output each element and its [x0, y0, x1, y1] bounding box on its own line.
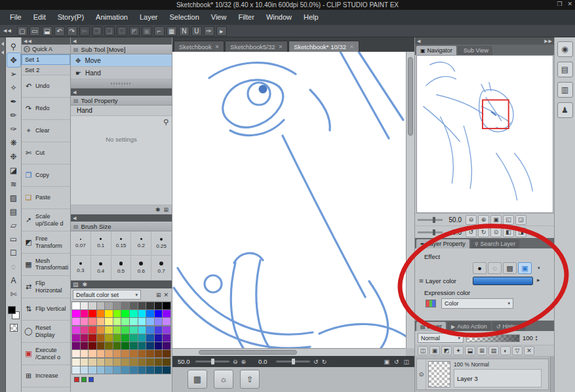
color-swatch[interactable]: [155, 359, 163, 366]
color-swatch[interactable]: [105, 359, 113, 366]
document-tab[interactable]: Sketchbook ✕: [174, 41, 224, 52]
color-swatch[interactable]: [121, 318, 129, 325]
color-swatch[interactable]: [138, 350, 146, 357]
color-swatch[interactable]: [130, 350, 138, 357]
layer-color-swatch[interactable]: [473, 277, 533, 285]
scrollbar-thumb[interactable]: [199, 350, 297, 355]
color-swatch[interactable]: [130, 334, 138, 342]
color-swatch[interactable]: [97, 326, 105, 334]
color-swatch[interactable]: [163, 366, 170, 374]
layer-panel-tab[interactable]: ▤ Layer: [416, 322, 446, 331]
brush-size-cell[interactable]: 0.1: [91, 231, 111, 256]
text-tool[interactable]: A: [7, 273, 20, 287]
selection-tool[interactable]: ☐: [7, 246, 20, 260]
copy-icon[interactable]: ❐: [92, 26, 102, 36]
zoom-tool[interactable]: ⚲: [7, 39, 20, 53]
rotate-ccw-icon[interactable]: ↺: [313, 359, 319, 365]
color-swatch[interactable]: [81, 350, 89, 357]
redo-icon[interactable]: ↷: [67, 26, 77, 36]
rotate-ccw-icon[interactable]: ↺: [466, 227, 477, 237]
zoom-in-icon[interactable]: ⊕: [241, 359, 247, 365]
fit-screen-icon[interactable]: ▣: [384, 359, 389, 365]
color-swatch[interactable]: [89, 366, 96, 374]
color-swatch[interactable]: [146, 342, 154, 349]
layer-panel-tab[interactable]: ▶ Auto Action: [447, 322, 491, 331]
main-color-swatch[interactable]: [8, 306, 16, 314]
brush-size-cell[interactable]: 0.07: [71, 231, 91, 256]
zoom-slider[interactable]: [195, 361, 229, 363]
document-tab[interactable]: Sketchbook* 10/32 ✕: [288, 41, 359, 52]
zoom-out-icon[interactable]: ⊖: [466, 215, 477, 225]
brush-size-cell[interactable]: 0.2: [131, 231, 151, 256]
color-swatch[interactable]: [89, 326, 96, 334]
color-swatch[interactable]: [146, 318, 154, 325]
close-tab-icon[interactable]: ✕: [279, 44, 283, 50]
color-swatch[interactable]: [146, 334, 154, 342]
pen-tool[interactable]: ✒: [7, 94, 20, 108]
layer-property-tab[interactable]: ✒ Layer Property: [416, 239, 469, 248]
menu-item[interactable]: Window: [260, 10, 298, 25]
brush-size-cell[interactable]: 0.15: [111, 231, 132, 256]
color-swatch[interactable]: [81, 359, 89, 366]
color-swatch[interactable]: [130, 342, 138, 349]
tool-property-dock-strip[interactable]: ◀: [71, 88, 172, 96]
color-swatch[interactable]: [113, 318, 121, 325]
left-dock-strip[interactable]: [0, 37, 6, 392]
hint-button[interactable]: ☼: [214, 370, 233, 389]
brush-size-cell[interactable]: 0.3: [71, 256, 91, 281]
paste-button[interactable]: ❏ Paste: [22, 187, 70, 209]
color-swatch[interactable]: [113, 366, 121, 374]
color-swatch[interactable]: [97, 342, 105, 349]
extract-line-icon[interactable]: ▩: [503, 262, 517, 274]
mesh-transform-button[interactable]: ▦ Mesh Transformation: [22, 254, 70, 276]
horizontal-scrollbar[interactable]: [172, 348, 406, 356]
color-swatch[interactable]: [97, 366, 105, 374]
color-swatch[interactable]: [105, 342, 113, 349]
menu-item[interactable]: File: [4, 10, 28, 25]
transparent-color-swatch[interactable]: [10, 324, 18, 332]
clear-button[interactable]: ✦ Clear: [22, 120, 70, 142]
quick-access-set[interactable]: Set 1: [22, 54, 70, 65]
color-swatch[interactable]: [163, 302, 170, 309]
color-swatch[interactable]: [130, 318, 138, 325]
snap-to-ruler-icon[interactable]: ⌐: [154, 26, 165, 36]
color-swatch[interactable]: [72, 350, 80, 357]
fit-to-window-icon[interactable]: ◱: [503, 215, 514, 225]
reference-panel-button[interactable]: ▤: [557, 62, 573, 77]
blend-tool[interactable]: ≋: [7, 177, 20, 191]
color-swatch[interactable]: [121, 359, 129, 366]
color-swatch[interactable]: [138, 366, 146, 374]
figure-tool[interactable]: ▱: [7, 218, 20, 232]
color-swatch[interactable]: [155, 326, 163, 334]
color-set-select[interactable]: Default color set ▾: [73, 290, 141, 300]
show-all-settings-icon[interactable]: ⚲: [163, 118, 169, 127]
subtool-move[interactable]: ✥ Move: [71, 54, 172, 67]
menu-item[interactable]: Edit: [28, 10, 52, 25]
brush-tool[interactable]: ✑: [7, 122, 20, 136]
color-swatch[interactable]: [97, 350, 105, 357]
color-swatch[interactable]: [89, 302, 96, 309]
color-swatch[interactable]: [121, 342, 129, 349]
close-window-button[interactable]: ✕: [567, 1, 572, 7]
color-swatch[interactable]: [81, 302, 89, 309]
color-swatch[interactable]: [113, 342, 121, 349]
subtool-resize-grip[interactable]: [71, 79, 172, 88]
rotate-cw-icon[interactable]: ↻: [322, 359, 327, 365]
tablet-mode-button[interactable]: ▦: [188, 370, 207, 389]
color-swatch[interactable]: [138, 302, 146, 309]
expression-color-select[interactable]: Color ▾: [441, 298, 513, 309]
color-swatch[interactable]: [138, 326, 146, 334]
color-swatch[interactable]: [146, 359, 154, 366]
cut-icon[interactable]: ✄: [79, 26, 90, 36]
rotation-slider[interactable]: [276, 361, 310, 363]
color-swatch[interactable]: [146, 302, 154, 309]
color-swatch[interactable]: [121, 310, 129, 317]
recent-color-swatch[interactable]: [89, 377, 94, 382]
menu-item[interactable]: Selection: [164, 10, 205, 25]
undo-icon[interactable]: ↶: [54, 26, 65, 36]
scale-button[interactable]: ➚ Scale up/Scale d: [22, 209, 70, 231]
color-swatch[interactable]: [130, 310, 138, 317]
brush-size-header[interactable]: ▤ Brush Size: [71, 222, 172, 231]
color-swatch[interactable]: [105, 350, 113, 357]
brush-size-dock-strip[interactable]: ◀: [71, 214, 172, 222]
